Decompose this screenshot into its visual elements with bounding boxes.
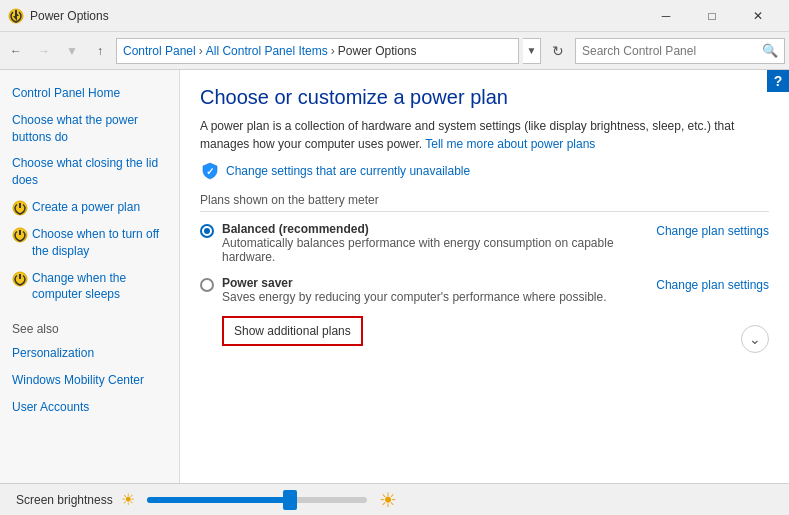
power-plan-icon: [12, 200, 28, 216]
breadcrumb-sep-1: ›: [199, 44, 203, 58]
minimize-button[interactable]: ─: [643, 0, 689, 32]
display-icon: [12, 227, 28, 243]
change-unavail-row: ✓ Change settings that are currently una…: [200, 161, 769, 181]
sidebar: Control Panel Home Choose what the power…: [0, 70, 180, 483]
plan-radio-power-saver[interactable]: [200, 276, 222, 295]
brightness-thumb[interactable]: [283, 490, 297, 510]
plan-desc-power-saver: Saves energy by reducing your computer's…: [222, 290, 656, 304]
brightness-fill: [147, 497, 290, 503]
help-button[interactable]: ?: [767, 70, 789, 92]
bottom-bar: Screen brightness ☀ ☀: [0, 483, 789, 515]
sidebar-create-plan-label: Create a power plan: [32, 199, 140, 216]
plan-settings-link-power-saver[interactable]: Change plan settings: [656, 276, 769, 292]
see-also-label: See also: [0, 308, 179, 340]
plan-name-balanced: Balanced (recommended): [222, 222, 656, 236]
sidebar-item-turn-off-display[interactable]: Choose when to turn off the display: [0, 221, 179, 265]
plan-info-balanced: Balanced (recommended) Automatically bal…: [222, 222, 656, 264]
sidebar-item-home[interactable]: Control Panel Home: [0, 80, 179, 107]
breadcrumb-dropdown[interactable]: ▼: [523, 38, 541, 64]
breadcrumb-sep-2: ›: [331, 44, 335, 58]
sidebar-item-power-buttons[interactable]: Choose what the power buttons do: [0, 107, 179, 151]
brightness-sun-left-icon: ☀: [121, 490, 135, 509]
plans-section-label: Plans shown on the battery meter: [200, 193, 769, 212]
sidebar-item-mobility[interactable]: Windows Mobility Center: [0, 367, 179, 394]
sleep-icon: [12, 271, 28, 287]
radio-balanced[interactable]: [200, 224, 214, 238]
plan-name-power-saver: Power saver: [222, 276, 656, 290]
sidebar-item-create-plan[interactable]: Create a power plan: [0, 194, 179, 221]
brightness-slider[interactable]: [147, 497, 367, 503]
plan-info-power-saver: Power saver Saves energy by reducing you…: [222, 276, 656, 304]
brightness-label: Screen brightness: [16, 493, 113, 507]
sidebar-power-buttons-label: Choose what the power buttons do: [12, 112, 167, 146]
maximize-button[interactable]: □: [689, 0, 735, 32]
sidebar-lid-label: Choose what closing the lid does: [12, 155, 167, 189]
additional-plans-chevron-icon[interactable]: ⌄: [741, 325, 769, 353]
recent-pages-button[interactable]: ▼: [60, 39, 84, 63]
sidebar-item-user-accounts[interactable]: User Accounts: [0, 394, 179, 421]
radio-power-saver[interactable]: [200, 278, 214, 292]
search-box[interactable]: 🔍: [575, 38, 785, 64]
sidebar-item-sleep[interactable]: Change when the computer sleeps: [0, 265, 179, 309]
user-accounts-label: User Accounts: [12, 399, 89, 416]
titlebar: Power Options ─ □ ✕: [0, 0, 789, 32]
page-description: A power plan is a collection of hardware…: [200, 117, 769, 153]
breadcrumb: Control Panel › All Control Panel Items …: [116, 38, 519, 64]
show-additional-plans-button[interactable]: Show additional plans: [222, 316, 363, 346]
plan-row-power-saver: Power saver Saves energy by reducing you…: [200, 276, 769, 304]
close-button[interactable]: ✕: [735, 0, 781, 32]
sidebar-home-label: Control Panel Home: [12, 85, 120, 102]
search-icon: 🔍: [762, 43, 778, 58]
page-title: Choose or customize a power plan: [200, 86, 769, 109]
brightness-sun-right-icon: ☀: [379, 488, 397, 512]
sidebar-item-lid[interactable]: Choose what closing the lid does: [0, 150, 179, 194]
plan-radio-balanced[interactable]: [200, 222, 222, 241]
plan-settings-link-balanced[interactable]: Change plan settings: [656, 222, 769, 238]
app-icon: [8, 8, 24, 24]
sidebar-item-personalization[interactable]: Personalization: [0, 340, 179, 367]
titlebar-title: Power Options: [30, 9, 643, 23]
breadcrumb-control-panel[interactable]: Control Panel: [123, 44, 196, 58]
personalization-label: Personalization: [12, 345, 94, 362]
forward-button[interactable]: →: [32, 39, 56, 63]
breadcrumb-current: Power Options: [338, 44, 417, 58]
addressbar: ← → ▼ ↑ Control Panel › All Control Pane…: [0, 32, 789, 70]
learn-more-link[interactable]: Tell me more about power plans: [425, 137, 595, 151]
shield-icon: ✓: [200, 161, 220, 181]
svg-text:✓: ✓: [206, 166, 214, 177]
plan-row-balanced: Balanced (recommended) Automatically bal…: [200, 222, 769, 264]
titlebar-controls: ─ □ ✕: [643, 0, 781, 32]
change-unavail-link[interactable]: Change settings that are currently unava…: [226, 164, 470, 178]
main-layout: Control Panel Home Choose what the power…: [0, 70, 789, 483]
additional-plans-text: Show additional plans: [234, 324, 351, 338]
sidebar-sleep-label: Change when the computer sleeps: [32, 270, 167, 304]
content-area: Choose or customize a power plan A power…: [180, 70, 789, 483]
refresh-button[interactable]: ↻: [545, 38, 571, 64]
up-button[interactable]: ↑: [88, 39, 112, 63]
mobility-label: Windows Mobility Center: [12, 372, 144, 389]
plan-desc-balanced: Automatically balances performance with …: [222, 236, 656, 264]
back-button[interactable]: ←: [4, 39, 28, 63]
search-input[interactable]: [582, 44, 762, 58]
sidebar-turn-off-display-label: Choose when to turn off the display: [32, 226, 167, 260]
breadcrumb-all-items[interactable]: All Control Panel Items: [206, 44, 328, 58]
